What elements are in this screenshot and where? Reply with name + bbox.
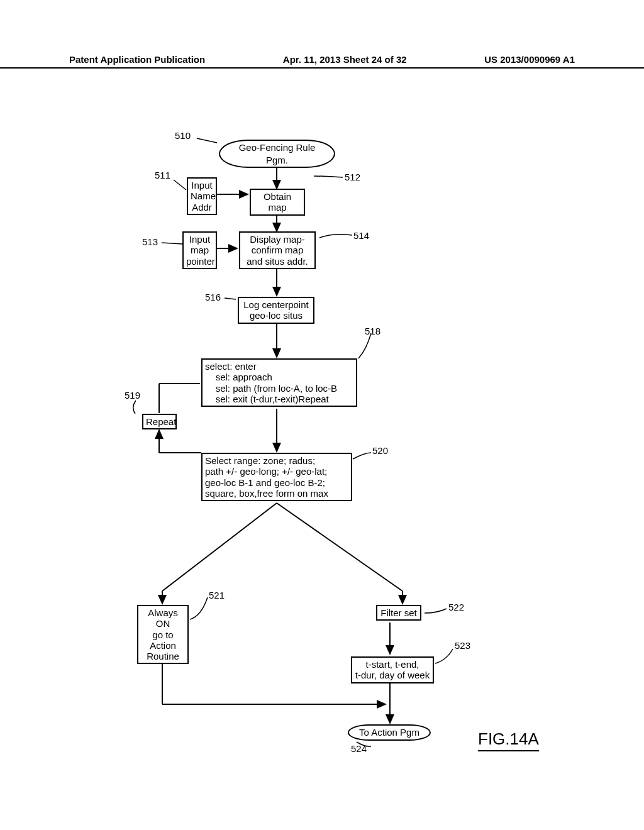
box-513: Input map pointer [182, 231, 217, 269]
header-right: US 2013/0090969 A1 [484, 54, 575, 65]
ref-512: 512 [345, 172, 360, 182]
terminator-end: To Action Pgm [348, 724, 431, 741]
box-513-text: Input map pointer [186, 234, 215, 267]
box-514: Display map- confirm map and situs addr. [239, 231, 316, 269]
box-511-text: Input Name Addr [191, 180, 216, 213]
box-522-text: Filter set [380, 607, 417, 618]
ref-518: 518 [365, 326, 380, 336]
box-514-text: Display map- confirm map and situs addr. [247, 234, 308, 267]
box-516: Log centerpoint geo-loc situs [238, 297, 314, 324]
ref-513: 513 [142, 236, 158, 247]
terminator-start: Geo-Fencing Rule Pgm. [219, 140, 335, 168]
terminator-start-text: Geo-Fencing Rule Pgm. [239, 142, 316, 165]
ref-516: 516 [205, 292, 221, 302]
header-left: Patent Application Publication [69, 54, 205, 65]
box-511: Input Name Addr [187, 177, 217, 215]
box-523-text: t-start, t-end, t-dur, day of week [355, 659, 430, 680]
svg-line-22 [162, 243, 182, 244]
box-522: Filter set [376, 605, 421, 621]
ref-522: 522 [448, 602, 464, 612]
ref-511: 511 [155, 170, 170, 180]
box-521: Always ON go to Action Routine [137, 605, 189, 664]
figure-label: FIG.14A [478, 729, 539, 751]
svg-line-1 [197, 138, 217, 143]
box-512: Obtain map [250, 189, 305, 216]
ref-523: 523 [455, 640, 470, 651]
box-516-text: Log centerpoint geo-loc situs [243, 299, 308, 321]
ref-519: 519 [125, 390, 140, 401]
box-520: Select range: zone; radus; path +/- geo-… [201, 453, 352, 501]
header-center: Apr. 11, 2013 Sheet 24 of 32 [283, 54, 407, 65]
ref-524: 524 [351, 743, 367, 754]
box-521-text: Always ON go to Action Routine [147, 607, 179, 661]
box-523: t-start, t-end, t-dur, day of week [351, 656, 434, 683]
flowchart-diagram: Geo-Fencing Rule Pgm. 510 Input Name Add… [0, 101, 644, 792]
ref-520: 520 [372, 445, 388, 456]
svg-line-13 [162, 503, 277, 591]
ref-510: 510 [175, 130, 191, 141]
svg-line-15 [277, 503, 402, 591]
box-518-text: select: enter sel: approach sel: path (f… [205, 361, 337, 404]
box-518: select: enter sel: approach sel: path (f… [201, 358, 357, 407]
ref-521: 521 [209, 590, 225, 600]
box-519-text: Repeat [146, 416, 176, 427]
svg-line-23 [225, 298, 236, 299]
box-519: Repeat [142, 414, 177, 429]
ref-514: 514 [353, 230, 369, 241]
page-header: Patent Application Publication Apr. 11, … [0, 54, 644, 69]
svg-line-21 [174, 180, 186, 190]
connector-lines [0, 101, 644, 792]
box-512-text: Obtain map [264, 191, 291, 213]
box-520-text: Select range: zone; radus; path +/- geo-… [205, 455, 328, 499]
terminator-end-text: To Action Pgm [359, 727, 419, 738]
